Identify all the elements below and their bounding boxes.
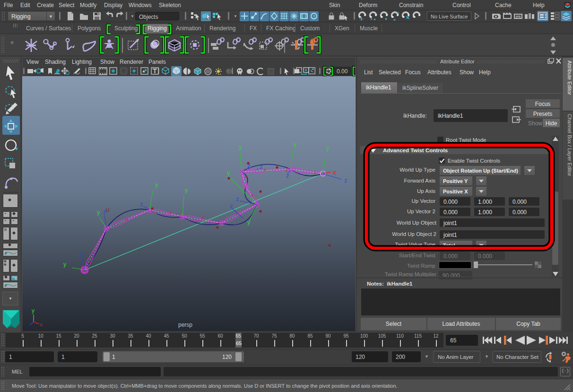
svg-text:x: x bbox=[236, 211, 239, 216]
svg-text:z: z bbox=[344, 177, 347, 184]
svg-text:y: y bbox=[247, 218, 251, 226]
svg-text:x: x bbox=[245, 174, 247, 179]
svg-text:persp: persp bbox=[178, 322, 192, 328]
svg-text:X: X bbox=[332, 169, 337, 176]
svg-text:x: x bbox=[264, 167, 266, 172]
svg-text:y: y bbox=[326, 145, 330, 152]
svg-text:z: z bbox=[286, 172, 289, 179]
svg-text:y: y bbox=[294, 140, 297, 148]
svg-text:y: y bbox=[97, 209, 100, 216]
svg-text:U: U bbox=[106, 208, 109, 213]
svg-text:z: z bbox=[260, 163, 263, 170]
svg-text:x: x bbox=[40, 322, 43, 327]
svg-text:y: y bbox=[155, 181, 158, 188]
svg-text:z: z bbox=[79, 251, 82, 258]
svg-text:y: y bbox=[63, 261, 67, 268]
svg-text:y: y bbox=[227, 169, 230, 176]
svg-text:z: z bbox=[230, 202, 233, 209]
svg-text:?: ? bbox=[313, 14, 315, 18]
svg-text:x: x bbox=[126, 217, 128, 222]
svg-text:y: y bbox=[185, 186, 188, 193]
svg-text:z: z bbox=[140, 200, 143, 208]
svg-text:y: y bbox=[239, 143, 242, 150]
svg-text:z: z bbox=[236, 195, 239, 202]
svg-text:x: x bbox=[202, 215, 205, 220]
svg-text:IPR: IPR bbox=[516, 15, 521, 18]
svg-text:x: x bbox=[314, 171, 317, 175]
svg-text:x: x bbox=[169, 210, 172, 215]
svg-text:x: x bbox=[286, 168, 288, 173]
svg-text:y: y bbox=[32, 307, 35, 314]
svg-text:x: x bbox=[252, 193, 254, 198]
